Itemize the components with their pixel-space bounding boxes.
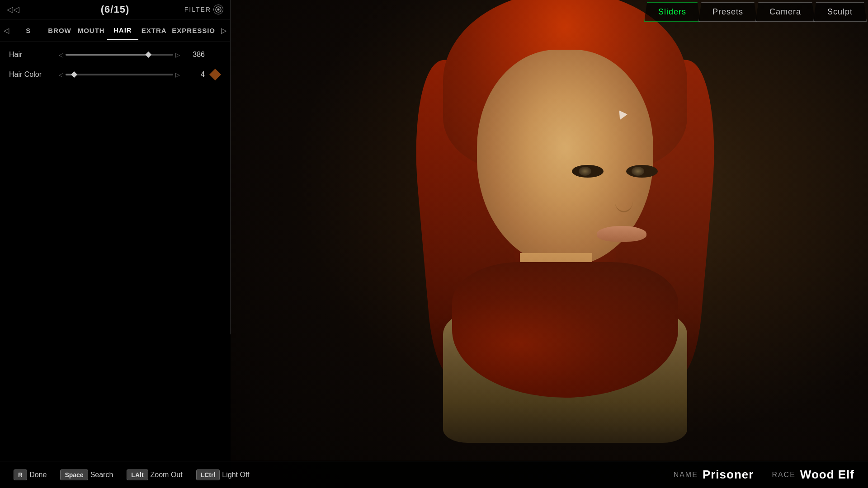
hair-color-slider-track[interactable] bbox=[66, 74, 173, 75]
tab-mouth[interactable]: MOUTH bbox=[75, 21, 107, 40]
hotkey-light: LCtrl Light Off bbox=[196, 469, 250, 480]
label-zoom: Zoom Out bbox=[151, 471, 183, 479]
filter-area[interactable]: FILTER bbox=[184, 5, 223, 14]
sliders-button[interactable]: Sliders bbox=[644, 2, 700, 22]
left-panel: ◁◁ (6/15) FILTER ◁ S BROW MOUTH HAIR EXT… bbox=[0, 0, 231, 334]
label-light: Light Off bbox=[222, 471, 249, 479]
hair-color-label: Hair Color bbox=[9, 70, 54, 79]
tab-brow[interactable]: BROW bbox=[44, 21, 75, 40]
char-name-item: NAME Prisoner bbox=[674, 468, 754, 482]
face bbox=[477, 50, 653, 267]
label-search: Search bbox=[90, 471, 113, 479]
page-count: (6/15) bbox=[101, 4, 129, 15]
bottom-bar: R Done Space Search LAlt Zoom Out LCtrl … bbox=[0, 461, 868, 488]
nose bbox=[615, 190, 633, 212]
nav-tabs: ◁ S BROW MOUTH HAIR EXTRA EXPRESSIO ▷ bbox=[0, 19, 230, 42]
filter-label: FILTER bbox=[184, 6, 211, 13]
hotkey-search: Space Search bbox=[60, 469, 113, 480]
key-lalt: LAlt bbox=[127, 469, 148, 480]
key-lctrl: LCtrl bbox=[196, 469, 220, 480]
hair-slider-fill bbox=[66, 54, 148, 56]
tab-skin[interactable]: S bbox=[13, 21, 44, 40]
tab-hair[interactable]: HAIR bbox=[107, 21, 138, 40]
hair-slider-handle[interactable] bbox=[145, 52, 151, 58]
hair-color-slider-handle[interactable] bbox=[71, 71, 77, 78]
tab-expression[interactable]: EXPRESSIO bbox=[170, 21, 217, 40]
hotkey-done: R Done bbox=[14, 469, 47, 480]
hair-slider-value: 386 bbox=[184, 51, 205, 59]
lips bbox=[597, 226, 646, 242]
hair-color-slider-container: ◁ ▷ bbox=[59, 71, 180, 78]
svg-point-1 bbox=[217, 9, 220, 11]
top-bar: ◁◁ (6/15) FILTER bbox=[0, 0, 230, 19]
hair-slider-label: Hair bbox=[9, 51, 54, 59]
hair-slider-track[interactable] bbox=[66, 54, 173, 56]
character-portrait bbox=[407, 0, 723, 443]
key-space: Space bbox=[60, 469, 88, 480]
eye-left bbox=[572, 165, 604, 178]
hotkey-zoom: LAlt Zoom Out bbox=[127, 469, 182, 480]
hair-color-slider-right-arrow[interactable]: ▷ bbox=[175, 71, 180, 78]
hair-color-slider-value: 4 bbox=[184, 70, 205, 79]
hair-color-swatch[interactable] bbox=[209, 69, 221, 80]
tab-left-arrow[interactable]: ◁ bbox=[0, 21, 13, 40]
eye-right bbox=[626, 165, 658, 178]
camera-button[interactable]: Camera bbox=[755, 2, 815, 22]
sculpt-button[interactable]: Sculpt bbox=[813, 2, 867, 22]
presets-button[interactable]: Presets bbox=[698, 2, 757, 22]
hair-slider-right-arrow[interactable]: ▷ bbox=[175, 52, 180, 58]
key-r: R bbox=[14, 469, 27, 480]
filter-icon[interactable] bbox=[213, 5, 223, 14]
character-viewport bbox=[231, 0, 868, 488]
top-right-buttons: Sliders Presets Camera Sculpt bbox=[643, 0, 868, 24]
hair-color-slider-left-arrow[interactable]: ◁ bbox=[59, 71, 63, 78]
char-race-key: RACE bbox=[772, 471, 795, 479]
char-race-value: Wood Elf bbox=[800, 468, 854, 482]
tab-right-arrow[interactable]: ▷ bbox=[217, 21, 230, 40]
hair-curls bbox=[452, 262, 678, 398]
char-name-key: NAME bbox=[674, 471, 698, 479]
hair-slider-left-arrow[interactable]: ◁ bbox=[59, 52, 63, 58]
hair-slider-container: ◁ ▷ bbox=[59, 52, 180, 58]
hair-slider-spacer bbox=[209, 49, 221, 61]
hair-color-slider-row: Hair Color ◁ ▷ 4 bbox=[9, 69, 221, 80]
sliders-area: Hair ◁ ▷ 386 Hair Color ◁ ▷ bbox=[0, 42, 230, 95]
prev-page-arrow[interactable]: ◁◁ bbox=[7, 5, 19, 14]
label-done: Done bbox=[29, 471, 47, 479]
hair-slider-row: Hair ◁ ▷ 386 bbox=[9, 49, 221, 61]
char-name-value: Prisoner bbox=[703, 468, 754, 482]
tab-extra[interactable]: EXTRA bbox=[138, 21, 170, 40]
char-race-item: RACE Wood Elf bbox=[772, 468, 854, 482]
name-race-area: NAME Prisoner RACE Wood Elf bbox=[674, 468, 854, 482]
